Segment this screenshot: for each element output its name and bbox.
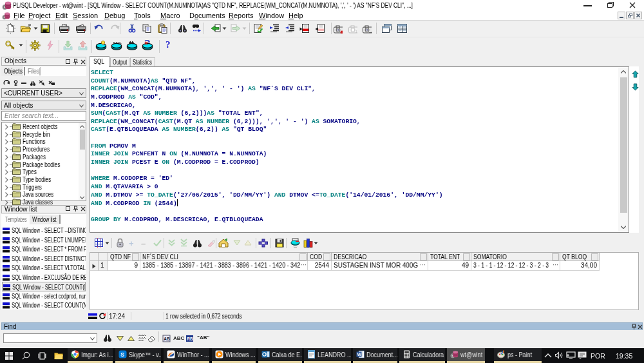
svg-text:RB: RB [187, 337, 193, 341]
svg-text:10: 10 [355, 30, 357, 34]
svg-text:AB: AB [164, 337, 170, 341]
svg-text:P.SQL: P.SQL [113, 41, 122, 44]
svg-text:W: W [357, 352, 362, 357]
svg-text:S: S [120, 351, 124, 358]
